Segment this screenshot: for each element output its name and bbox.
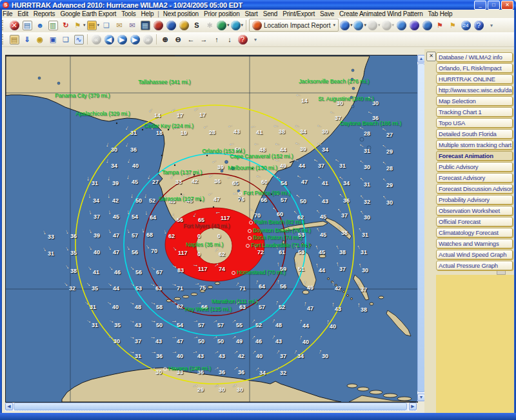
lock-icon[interactable]: ◉ bbox=[34, 34, 46, 45]
track-position-icon[interactable]: ⚑▾ bbox=[73, 19, 86, 31]
menu-reports[interactable]: Reports bbox=[31, 10, 58, 17]
save-icon[interactable]: ▣ bbox=[47, 34, 59, 45]
report-globe-2-icon[interactable]: ▾ bbox=[353, 19, 366, 31]
close-button[interactable]: ✕ bbox=[501, 1, 513, 10]
report-disabled-2-icon[interactable]: ▾ bbox=[382, 19, 395, 31]
map-horizontal-scrollbar[interactable]: ◀ ▶ bbox=[5, 403, 417, 411]
import-icon[interactable]: ⇓ bbox=[21, 34, 33, 45]
sidebar-item-forecast-discussion-advisory[interactable]: Forecast Discussion Advisory bbox=[436, 184, 513, 194]
toolbar-grip[interactable] bbox=[2, 34, 6, 45]
sidebar-item-topo-usa[interactable]: Topo USA bbox=[436, 118, 513, 128]
first-position-icon[interactable]: « bbox=[90, 34, 102, 45]
menu-print-export[interactable]: Print/Export bbox=[280, 10, 317, 17]
location-impact-report-button bbox=[252, 21, 262, 30]
pan-right-icon[interactable]: → bbox=[198, 34, 210, 45]
menu-create-animated-wind-pattern[interactable]: Create Animated Wind Pattern bbox=[337, 10, 425, 17]
sidebar-item-detailed-south-florida[interactable]: Detailed South Florida bbox=[436, 129, 513, 139]
report-window-icon[interactable]: ▤ bbox=[21, 19, 33, 31]
sidebar-item-multiple-storm-tracking-chart[interactable]: Multiple storm tracking chart bbox=[436, 140, 513, 150]
report-disabled-1-icon[interactable]: ▾ bbox=[368, 19, 381, 31]
help-icon[interactable]: ? bbox=[473, 19, 484, 31]
globe-impact-icon[interactable] bbox=[152, 19, 164, 31]
toolbar-grip[interactable] bbox=[2, 20, 6, 30]
menu-file[interactable]: File bbox=[0, 10, 15, 17]
open-map-icon[interactable]: ▤ bbox=[8, 34, 20, 45]
hurricane-symbol-icon[interactable]: S bbox=[191, 19, 203, 31]
toolbar-overflow-icon[interactable]: ▾ bbox=[250, 34, 261, 45]
sidebar-item-forecast-animation[interactable]: Forecast Animation bbox=[436, 151, 513, 161]
flag-report-red-icon[interactable]: ⚑ bbox=[434, 19, 446, 31]
mail-send-icon[interactable]: ✉ bbox=[126, 19, 138, 31]
pan-left-icon[interactable]: ← bbox=[185, 34, 197, 45]
menu-start[interactable]: Start bbox=[243, 10, 261, 17]
globe-regional-icon[interactable] bbox=[178, 19, 190, 31]
wind-barb: →36 bbox=[66, 232, 79, 241]
pan-down-icon[interactable]: ↓ bbox=[224, 34, 235, 45]
scroll-thumb[interactable] bbox=[14, 403, 407, 410]
zoom-in-icon[interactable]: ⊕ bbox=[159, 34, 171, 45]
menu-save[interactable]: Save bbox=[317, 10, 337, 17]
play-animation-icon[interactable]: ▶ bbox=[116, 34, 128, 45]
user-profile-icon[interactable]: ☻ bbox=[34, 19, 46, 31]
map-canvas[interactable]: Hurricane WILMA2 10/24/2005 08:00 AM EDT… bbox=[5, 55, 418, 403]
sidebar-item-http-www-ssec-wisc-edu-data-g8-lat[interactable]: http://www.ssec.wisc.edu/data/g8/lat bbox=[436, 85, 513, 95]
mail-open-icon[interactable]: ✉ bbox=[114, 19, 125, 31]
scroll-right-icon[interactable]: ▶ bbox=[409, 403, 417, 410]
menu-prior-position[interactable]: Prior position bbox=[201, 10, 243, 17]
zoom-out-icon[interactable]: ⊖ bbox=[172, 34, 184, 45]
map-image-icon[interactable]: ▦ bbox=[139, 19, 151, 31]
maximize-button[interactable]: □ bbox=[488, 1, 500, 10]
help-red-icon[interactable]: ? bbox=[237, 34, 248, 45]
report-globe-1-icon[interactable]: ▾ bbox=[340, 19, 353, 31]
sidebar-item-actual-pressure-graph[interactable]: Actual Pressure Graph bbox=[436, 261, 513, 270]
sidebar-item-hurrtrak-online[interactable]: HURRTRAK ONLINE bbox=[436, 74, 513, 84]
prev-position-icon[interactable]: ◀ bbox=[103, 34, 115, 45]
chart-globe-2-icon[interactable] bbox=[408, 19, 420, 31]
new-document-icon[interactable]: ❏ bbox=[101, 19, 112, 31]
menu-send[interactable]: Send bbox=[261, 10, 281, 17]
sidebar-item-actual-wind-speed-graph[interactable]: Actual Wind Speed Graph bbox=[436, 250, 513, 259]
globe-americas-icon[interactable] bbox=[165, 19, 177, 31]
chart-globe-3-icon[interactable] bbox=[421, 19, 433, 31]
open-storm-icon[interactable]: ▤▾ bbox=[87, 19, 100, 31]
next-position-icon[interactable]: ▶ bbox=[129, 34, 141, 45]
sidebar-item-official-forecast[interactable]: Official Forecast bbox=[436, 217, 513, 226]
sidebar-close-icon[interactable]: ✕ bbox=[426, 52, 436, 61]
minimize-button[interactable]: _ bbox=[474, 1, 486, 10]
wind-barb: 0 bbox=[193, 232, 206, 241]
wind-speed-value: 47 bbox=[113, 232, 119, 239]
globe-green-icon[interactable]: ▾ bbox=[217, 19, 230, 31]
menu-tab-help[interactable]: Tab Help bbox=[426, 10, 455, 17]
sidebar-item-orlando-fl-risk-impact[interactable]: Orlando, FL Risk/Impact bbox=[436, 63, 513, 73]
advisory-text-icon[interactable]: ▥ bbox=[47, 19, 59, 31]
pan-up-icon[interactable]: ↑ bbox=[211, 34, 223, 45]
export-image-icon[interactable]: ∿ bbox=[73, 34, 84, 45]
last-position-icon[interactable]: » bbox=[142, 34, 154, 45]
sidebar-item-observation-worksheet[interactable]: Observation Worksheet bbox=[436, 206, 513, 215]
chart-globe-1-icon[interactable] bbox=[395, 19, 407, 31]
sidebar-item-map-selection[interactable]: Map Selection bbox=[436, 96, 513, 106]
wind-pattern-disabled-icon[interactable]: ✱ bbox=[204, 19, 215, 31]
sidebar-item-forecast-advisory[interactable]: Forecast Advisory bbox=[436, 173, 513, 183]
import-icon: ⇓ bbox=[23, 35, 32, 45]
menu-help[interactable]: Help bbox=[139, 10, 157, 17]
refresh-data-icon[interactable]: ↻ bbox=[60, 19, 72, 31]
menu-tools[interactable]: Tools bbox=[119, 10, 138, 17]
flag-report-gold-icon[interactable]: ⚑ bbox=[447, 19, 459, 31]
sidebar-item-database-wilma2-info[interactable]: Database / WILMA2 info bbox=[436, 52, 513, 62]
scroll-left-icon[interactable]: ◀ bbox=[5, 403, 13, 410]
location-impact-report-button[interactable]: Location Impact Report▾ bbox=[249, 19, 339, 32]
sidebar-item-public-advisory[interactable]: Public Advisory bbox=[436, 162, 513, 172]
sidebar-item-climatatology-forecast[interactable]: Climatatology Forecast bbox=[436, 228, 513, 237]
toolbar-overflow-icon[interactable]: ▾ bbox=[486, 19, 497, 31]
copy-icon[interactable]: ❏ bbox=[60, 34, 72, 45]
delete-storm-icon[interactable]: ✕ bbox=[8, 19, 20, 31]
sidebar-item-watches-and-warnings[interactable]: Watches and Warnings bbox=[436, 239, 513, 248]
globe-cyan-icon[interactable]: ▾ bbox=[231, 19, 244, 31]
sidebar-item-tracking-chart-1[interactable]: Tracking Chart 1 bbox=[436, 107, 513, 117]
menu-google-earth-export[interactable]: Google Earth Export bbox=[57, 10, 119, 17]
sidebar-item-probability-advisory[interactable]: Probability Advisory bbox=[436, 195, 513, 205]
menu-edit[interactable]: Edit bbox=[15, 10, 30, 17]
clock-24-icon[interactable]: 24 bbox=[460, 19, 471, 31]
menu-next-position[interactable]: Next position bbox=[161, 10, 201, 17]
